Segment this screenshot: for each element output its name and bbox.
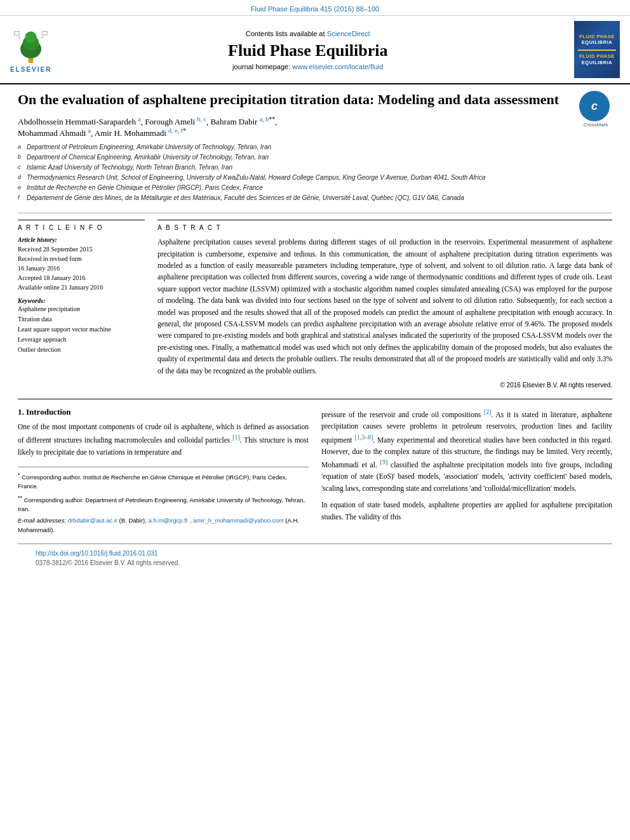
- svg-rect-7: [43, 31, 47, 35]
- intro-section-title: 1. Introduction: [18, 407, 309, 417]
- footnotes-section: * Corresponding author. Institut de Rech…: [18, 467, 309, 535]
- homepage-label: journal homepage:: [232, 63, 290, 70]
- article-history-group: Article history: Received 28 September 2…: [18, 236, 145, 292]
- author-1: Abdolhossein Hemmati-Sarapardeh a,: [18, 117, 145, 126]
- svg-rect-6: [15, 31, 19, 35]
- journal-title: Fluid Phase Equilibria: [51, 41, 564, 60]
- keywords-label: Keywords:: [18, 297, 145, 304]
- affil-a: a Department of Petroleum Engineering, A…: [18, 142, 612, 152]
- cover-box: FLUID PHASE EQUILIBRIA FLUID PHASE EQUIL…: [574, 21, 620, 78]
- email-dabir[interactable]: drbdabir@aut.ac.ir: [68, 517, 117, 524]
- received-date: Received 28 September 2015: [18, 244, 145, 254]
- affil-f: f Département de Génie des Mines, de la …: [18, 193, 612, 203]
- affil-c: c Islamic Azad University of Technology,…: [18, 163, 612, 172]
- cover-line3: FLUID PHASE: [579, 53, 615, 60]
- elsevier-tree-icon: [13, 27, 48, 65]
- author-4: Mohammad Ahmadi a,: [18, 128, 95, 138]
- ref-9-link[interactable]: [9]: [380, 458, 388, 465]
- revised-date: 16 January 2016: [18, 263, 145, 273]
- affil-b: b Department of Chemical Engineering, Am…: [18, 152, 612, 162]
- accepted-date: Accepted 18 January 2016: [18, 273, 145, 283]
- bottom-bar: http://dx.doi.org/10.1016/j.fluid.2016.0…: [18, 543, 612, 570]
- email-mohammadi-fr[interactable]: a.h.m@irgcp.fr: [149, 517, 188, 524]
- affil-d: d Thermodynamics Research Unit, School o…: [18, 173, 612, 182]
- article-info-abstract-cols: A R T I C L E I N F O Article history: R…: [18, 220, 612, 389]
- author-3: Bahram Dabir a, b**,: [210, 117, 277, 126]
- article-container: On the evaluation of asphaltene precipit…: [0, 84, 630, 580]
- ref-1-link[interactable]: [1]: [232, 434, 240, 441]
- keyword-2: Titration data: [18, 314, 145, 324]
- keyword-1: Asphaltene precipitation: [18, 304, 145, 314]
- abstract-section: A B S T R A C T Asphaltene precipitation…: [158, 220, 612, 389]
- article-info-section: A R T I C L E I N F O Article history: R…: [18, 220, 145, 355]
- email-mohammadi-yahoo[interactable]: amir_h_mohammadi@yahoo.com: [193, 517, 284, 524]
- ref-1-3-8-link[interactable]: [1,3–8]: [354, 434, 373, 441]
- elsevier-logo: ELSEVIER: [10, 27, 51, 73]
- svg-line-5: [41, 36, 44, 38]
- article-title-section: On the evaluation of asphaltene precipit…: [18, 91, 612, 213]
- body-col-right: pressure of the reservoir and crude oil …: [321, 407, 612, 537]
- svg-line-4: [18, 36, 21, 38]
- affiliations: a Department of Petroleum Engineering, A…: [18, 142, 612, 203]
- body-two-col: 1. Introduction One of the most importan…: [18, 407, 612, 537]
- journal-homepage-line: journal homepage: www.elsevier.com/locat…: [51, 63, 564, 70]
- crossmark-icon: c: [579, 91, 610, 121]
- cover-line2: EQUILIBRIA: [582, 39, 612, 46]
- body-col-left: 1. Introduction One of the most importan…: [18, 407, 309, 537]
- issn-line: 0378-3812/© 2016 Elsevier B.V. All right…: [36, 559, 594, 566]
- available-date: Available online 21 January 2016: [18, 283, 145, 292]
- svg-point-3: [25, 31, 37, 43]
- article-info-heading: A R T I C L E I N F O: [18, 224, 145, 231]
- homepage-url-link[interactable]: www.elsevier.com/locate/fluid: [292, 63, 383, 70]
- footnote-emails: E-mail addresses: drbdabir@aut.ac.ir (B.…: [18, 516, 309, 535]
- footnote-star1: * Corresponding author. Institut de Rech…: [18, 471, 309, 491]
- affil-e: e Institut de Recherche en Génie Chimiqu…: [18, 183, 612, 192]
- footnote-star2: ** Corresponding author. Department of P…: [18, 494, 309, 514]
- revised-label: Received in revised form: [18, 254, 145, 263]
- journal-cover-image: FLUID PHASE EQUILIBRIA FLUID PHASE EQUIL…: [574, 21, 620, 78]
- contents-label: Contents lists available at: [246, 30, 325, 37]
- article-info-col: A R T I C L E I N F O Article history: R…: [18, 220, 145, 389]
- author-5: Amir H. Mohammadi d, e, f*: [95, 128, 186, 138]
- elsevier-brand-text: ELSEVIER: [10, 66, 51, 73]
- body-section: 1. Introduction One of the most importan…: [18, 399, 612, 537]
- doi-link[interactable]: http://dx.doi.org/10.1016/j.fluid.2016.0…: [36, 548, 594, 558]
- abstract-col: A B S T R A C T Asphaltene precipitation…: [158, 220, 612, 389]
- abstract-text: Asphaltene precipitation causes several …: [158, 236, 612, 377]
- article-title: On the evaluation of asphaltene precipit…: [18, 91, 612, 109]
- crossmark-badge[interactable]: c CrossMark: [579, 91, 612, 124]
- authors-line: Abdolhossein Hemmati-Sarapardeh a, Forou…: [18, 116, 612, 139]
- journal-citation: Fluid Phase Equilibria 415 (2016) 88–100: [251, 5, 379, 13]
- journal-center-info: Contents lists available at ScienceDirec…: [51, 29, 564, 70]
- copyright-line: © 2016 Elsevier B.V. All rights reserved…: [158, 382, 612, 389]
- intro-para1: One of the most important components of …: [18, 421, 309, 458]
- ref-2-link[interactable]: [2]: [484, 408, 492, 415]
- keyword-5: Outlier detection: [18, 345, 145, 355]
- journal-top-bar: Fluid Phase Equilibria 415 (2016) 88–100: [0, 0, 630, 16]
- journal-header: ELSEVIER Contents lists available at Sci…: [0, 16, 630, 84]
- intro-para2: pressure of the reservoir and crude oil …: [321, 407, 612, 494]
- keyword-3: Least square support vector machine: [18, 324, 145, 335]
- sciencedirect-link[interactable]: ScienceDirect: [327, 30, 370, 37]
- intro-section-label: Introduction: [26, 407, 71, 417]
- history-label: Article history:: [18, 236, 145, 243]
- intro-section-num: 1.: [18, 407, 24, 417]
- crossmark-label: CrossMark: [579, 122, 612, 128]
- keyword-4: Leverage approach: [18, 335, 145, 345]
- author-2: Forough Ameli b, c,: [145, 117, 210, 126]
- intro-para3: In equation of state based models, aspha…: [321, 499, 612, 523]
- cover-line4: EQUILIBRIA: [582, 60, 612, 66]
- contents-available-text: Contents lists available at ScienceDirec…: [51, 29, 564, 39]
- keywords-section: Keywords: Asphaltene precipitation Titra…: [18, 297, 145, 355]
- abstract-heading: A B S T R A C T: [158, 224, 612, 231]
- cover-line1: FLUID PHASE: [579, 34, 615, 40]
